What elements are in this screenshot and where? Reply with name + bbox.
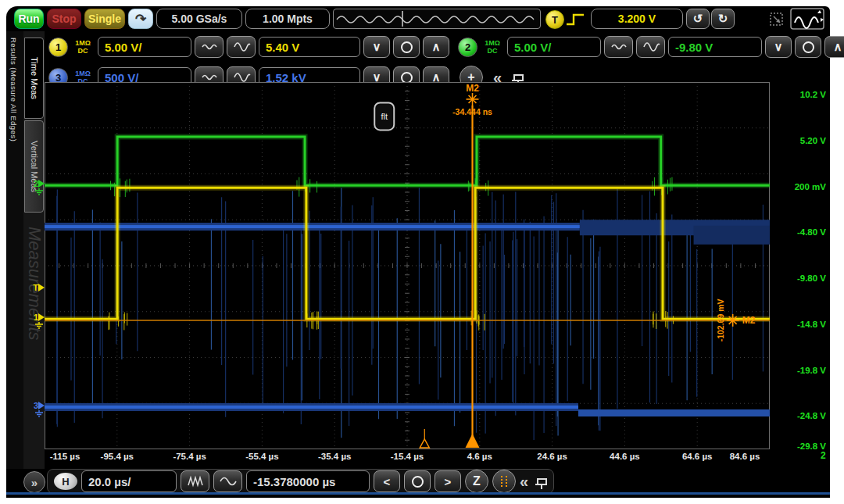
wide-wave-icon [219,475,238,488]
trigger-edge-icon[interactable] [564,10,588,32]
time-axis-label: 24.6 µs [537,452,567,461]
channel-2-offset-field[interactable]: -9.80 V [668,37,762,57]
channel-2-offset-down-button[interactable]: ∨ [765,36,792,58]
channel-2-badge[interactable]: 2 [458,38,477,57]
small-wave-icon [610,41,628,53]
time-axis-label: -35.4 µs [318,452,351,461]
channel-2-impedance-badge[interactable]: 1MΩ DC [481,39,504,55]
timebase-field[interactable]: 20.0 µs/ [81,470,177,492]
trigger-delay-marker[interactable] [420,439,429,448]
voltage-axis-label: 200 mV [795,182,826,191]
time-axis-label: -115 µs [50,452,80,461]
pin-icon[interactable] [537,478,547,485]
voltage-axis-label: -19.8 V [797,366,826,375]
channel-1-offset-down-button[interactable]: ∨ [363,36,390,58]
trigger-level-marker[interactable]: T [33,283,45,292]
delay-right-button[interactable]: > [435,470,461,492]
redo-button[interactable]: ↻ [711,9,735,29]
time-axis-label: -55.4 µs [245,452,278,461]
results-sidebar[interactable]: Results (Measure All Edges) [6,31,23,469]
starburst-marker-icon [727,314,739,327]
graticule[interactable]: M2-102.69 mVM2-34.444 nsflt [45,82,770,449]
voltage-axis-label: 10.2 V [800,90,826,99]
ground-symbol-icon [34,410,45,417]
marker-arrow-icon [38,284,45,291]
oscilloscope-screen: Run Stop Single ↷ 5.00 GSa/s 1.00 Mpts T… [6,6,830,498]
screenshot-root: Run Stop Single ↷ 5.00 GSa/s 1.00 Mpts T… [0,0,844,504]
m2-voltage-value: -102.69 mV [716,298,725,341]
channel-2-scale-field[interactable]: 5.00 V/ [507,37,601,57]
channel-1-offset-up-button[interactable]: ∧ [423,36,449,58]
channel-1-scale-larger-button[interactable] [227,36,256,58]
compressed-wave-icon [186,475,205,488]
delay-field[interactable]: -15.3780000 µs [246,470,370,492]
zoom-mode-button[interactable]: Z [465,470,488,493]
channel-2-scale-larger-button[interactable] [636,36,665,58]
flt-label: flt [381,112,388,121]
memory-depth-field[interactable]: 1.00 Mpts [245,9,330,29]
ground-symbol-icon [34,322,45,329]
horizontal-badge[interactable]: H [54,473,77,490]
voltage-axis-label: -9.80 V [797,273,826,283]
pin-icon[interactable] [513,74,524,81]
channel-1-controls: 1 1MΩ DC 5.00 V/ 5.40 V ∨ ∧ [48,36,449,58]
time-axis-label: -95.4 µs [101,452,134,461]
channel-1-ground-marker[interactable]: 1 [34,313,45,329]
waveform-display: M2-102.69 mVM2-34.444 nsflt [45,82,770,449]
timebase-faster-button[interactable] [181,470,209,492]
time-axis-label: 4.6 µs [467,452,492,461]
channel-2-scale-smaller-button[interactable] [604,36,633,58]
top-toolbar: Run Stop Single ↷ 5.00 GSa/s 1.00 Mpts T… [6,6,830,33]
channel-2-controls: 2 1MΩ DC 5.00 V/ -9.80 V ∨ ∧ [458,36,844,58]
acquisition-preview[interactable] [333,9,541,29]
time-axis-label: 44.6 µs [610,452,640,461]
time-axis-label: 84.6 µs [730,452,760,461]
trigger-level-field[interactable]: 3.200 V [591,9,683,29]
marker-arrow-icon [38,313,45,321]
touch-mode-icon[interactable]: ↷ [128,9,153,29]
channel-1-offset-field[interactable]: 5.40 V [259,37,360,57]
expand-panel-button[interactable]: » [23,471,45,493]
channel-row-1: 1 1MΩ DC 5.00 V/ 5.40 V ∨ ∧ 2 1MΩ DC 5.0… [48,36,844,58]
channel-3-ground-marker[interactable]: 3 [34,401,45,417]
channel-1-offset-zero-button[interactable] [393,36,420,58]
delay-left-button[interactable]: < [374,470,400,492]
zero-circle-icon [803,41,814,53]
time-axis-label: 64.6 µs [682,452,713,461]
timebase-slower-button[interactable] [213,470,242,492]
ground-symbol-icon [34,188,45,195]
preview-waveform-icon [334,9,540,28]
stop-button[interactable]: Stop [47,9,81,29]
waveform-settings-icon[interactable] [766,7,827,34]
channel-2-offset-zero-button[interactable] [795,36,821,58]
marker-arrow-icon [38,180,45,188]
single-button[interactable]: Single [84,9,125,29]
channel-3-impedance: 1MΩ [75,70,91,77]
large-wave-icon [642,40,660,54]
channel-1-coupling: DC [78,47,88,55]
run-button[interactable]: Run [14,9,44,29]
time-axis-label: -15.4 µs [391,452,424,461]
voltage-axis-label: 5.20 V [800,136,826,145]
marker-label: T [33,283,38,292]
flt-badge[interactable]: flt [374,102,394,130]
m2-time-value: -34.444 ns [452,107,492,116]
serial-lister-button[interactable] [492,470,516,493]
voltage-axis-label: -14.8 V [797,320,826,329]
channel-2-offset-up-button[interactable]: ∧ [824,36,844,58]
channel-2-impedance: 1MΩ [485,39,500,47]
dotted-columns-icon [501,476,507,487]
sample-rate-field[interactable]: 5.00 GSa/s [156,9,242,29]
delay-zero-button[interactable] [404,470,431,492]
channel-2-ground-marker[interactable]: 2 [34,179,45,195]
voltage-axis-label: -24.8 V [797,411,826,420]
collapse-hbar-icon[interactable]: « [520,474,528,489]
small-wave-icon [200,41,219,53]
undo-button[interactable]: ↺ [686,9,710,29]
trigger-badge[interactable]: T [545,10,564,29]
channel-1-scale-field[interactable]: 5.00 V/ [98,37,191,57]
channel-1-scale-smaller-button[interactable] [195,36,224,58]
channel-1-impedance: 1MΩ [75,39,91,47]
channel-1-impedance-badge[interactable]: 1MΩ DC [71,39,95,55]
channel-1-badge[interactable]: 1 [48,38,68,57]
